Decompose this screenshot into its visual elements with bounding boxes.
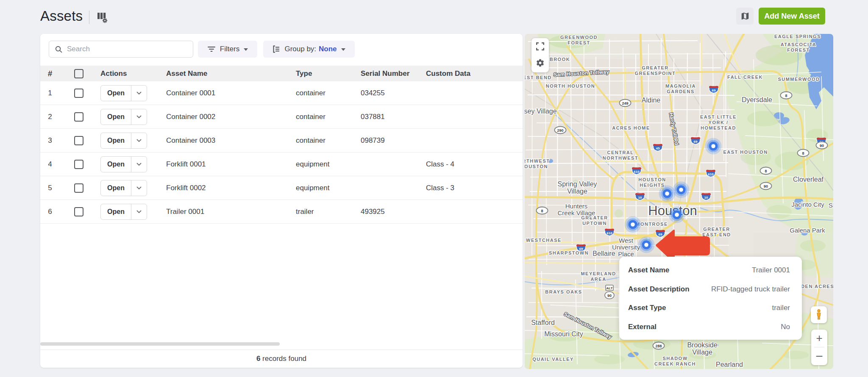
- svg-text:Missouri City: Missouri City: [544, 330, 583, 338]
- svg-text:69: 69: [694, 140, 698, 144]
- svg-text:Cloverleaf: Cloverleaf: [793, 176, 824, 183]
- svg-text:290: 290: [557, 128, 563, 133]
- svg-text:Dyersdale: Dyersdale: [742, 96, 772, 103]
- svg-text:HOUSTONHEIGHTS: HOUSTONHEIGHTS: [638, 177, 666, 188]
- svg-text:QUAIL VALLEY: QUAIL VALLEY: [532, 357, 574, 362]
- svg-text:288: 288: [655, 344, 662, 348]
- svg-text:FALL CREEK: FALL CREEK: [727, 75, 763, 80]
- svg-text:69: 69: [659, 233, 662, 236]
- svg-text:EST BEND: EST BEND: [525, 75, 552, 80]
- svg-text:8: 8: [785, 94, 787, 98]
- svg-text:GREATEREAST END: GREATEREAST END: [702, 227, 731, 237]
- svg-text:SHARPSTOWN: SHARPSTOWN: [549, 250, 589, 255]
- svg-text:69: 69: [712, 89, 716, 92]
- svg-text:ALT: ALT: [606, 286, 613, 290]
- svg-text:610: 610: [708, 172, 714, 176]
- svg-text:BRAYS OAKS: BRAYS OAKS: [545, 289, 582, 294]
- svg-text:WESTCHASE: WESTCHASE: [526, 238, 562, 243]
- svg-text:Pearland: Pearland: [716, 361, 743, 368]
- svg-text:8: 8: [765, 169, 767, 173]
- svg-text:90: 90: [820, 144, 824, 148]
- svg-text:610: 610: [634, 170, 640, 174]
- svg-text:Stafford: Stafford: [531, 319, 555, 326]
- svg-text:EAST HOUSTON: EAST HOUSTON: [723, 150, 768, 155]
- svg-text:Aldine: Aldine: [642, 97, 661, 104]
- svg-text:8: 8: [802, 151, 804, 155]
- svg-text:GREATERUPTOWN: GREATERUPTOWN: [581, 215, 608, 226]
- svg-text:LDEN ACRES: LDEN ACRES: [798, 284, 833, 289]
- svg-text:Jacinto City: Jacinto City: [791, 201, 824, 208]
- svg-text:Bellaire: Bellaire: [593, 250, 615, 257]
- svg-text:Sh: Sh: [829, 202, 833, 209]
- svg-text:90: 90: [607, 294, 612, 298]
- svg-text:8: 8: [541, 209, 543, 213]
- svg-text:ACRES HOME: ACRES HOME: [612, 125, 650, 130]
- svg-text:MAGNOLIAGARDENS: MAGNOLIAGARDENS: [665, 83, 696, 94]
- svg-text:10: 10: [638, 196, 642, 200]
- svg-text:CENTRALNORTHWEST: CENTRALNORTHWEST: [603, 150, 638, 161]
- svg-text:610: 610: [606, 231, 612, 235]
- svg-text:SUMMERWOOD: SUMMERWOOD: [778, 77, 820, 82]
- svg-text:45: 45: [656, 147, 660, 150]
- svg-text:10: 10: [704, 196, 708, 200]
- svg-text:90: 90: [764, 184, 768, 188]
- svg-text:ersey Village: ersey Village: [525, 108, 557, 115]
- svg-text:Galena Park: Galena Park: [790, 227, 825, 234]
- svg-text:RTHWESTOUSTON: RTHWESTOUSTON: [525, 158, 550, 169]
- svg-text:249: 249: [622, 101, 628, 105]
- svg-text:EAGLE SPRINGS: EAGLE SPRINGS: [774, 34, 821, 39]
- svg-text:NORTH HOUSTON: NORTH HOUSTON: [546, 83, 595, 89]
